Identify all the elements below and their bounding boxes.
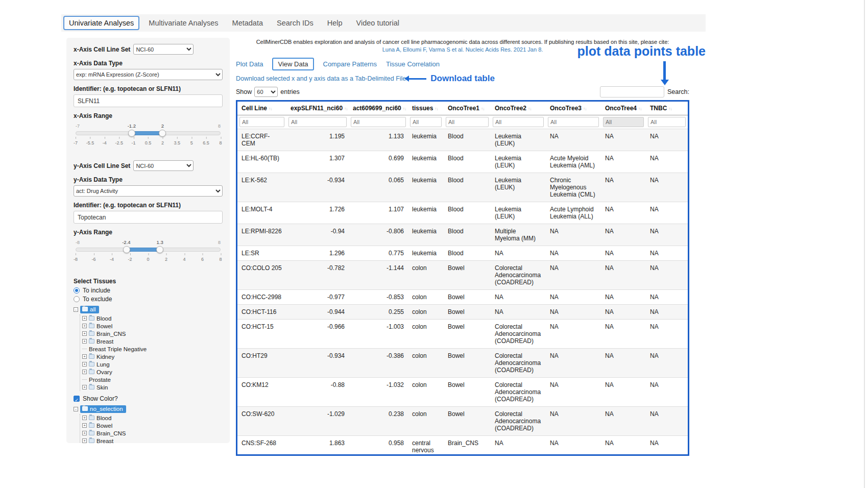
nav-tab-video-tutorial[interactable]: Video tutorial — [352, 17, 404, 29]
tree-item-breast[interactable]: +Breast — [82, 437, 223, 443]
x-axis-identifier-input[interactable] — [74, 94, 223, 107]
expand-icon[interactable]: + — [82, 324, 87, 328]
cell: LE:HL-60(TB) — [237, 151, 286, 173]
nav-tab-metadata[interactable]: Metadata — [228, 17, 268, 29]
column-header-oncotree3[interactable]: OncoTree3↑↓ — [546, 102, 601, 115]
slider-track[interactable] — [76, 248, 221, 252]
column-header-act609699-nci60[interactable]: act609699_nci60↑↓ — [349, 102, 408, 115]
table-row[interactable]: CO:SW-620-1.0290.238colonBowelColorectal… — [237, 407, 688, 436]
column-header-tissues[interactable]: tissues↑↓ — [408, 102, 444, 115]
slider-handle-low[interactable] — [128, 130, 135, 137]
tab-view-data[interactable]: View Data — [272, 58, 314, 70]
table-row[interactable]: LE:K-562-0.9340.065leukemiaBloodLeukemia… — [237, 173, 688, 202]
y-axis-range-slider[interactable]: -8 8 -2.4 1.3 -8-6-4-202468 — [76, 240, 221, 270]
nav-tab-help[interactable]: Help — [323, 17, 347, 29]
expand-icon[interactable]: + — [82, 354, 87, 359]
table-row[interactable]: LE:RPMI-8226-0.94-0.806leukemiaBloodMult… — [237, 224, 688, 246]
scrollbar-track[interactable] — [864, 0, 865, 488]
tissue-exclude-radio[interactable]: To exclude — [74, 296, 223, 303]
tree-root-all[interactable]: - all — [74, 305, 223, 314]
tissue-include-label: To include — [83, 287, 110, 294]
x-axis-cell-line-set-select[interactable]: NCI-60 — [133, 44, 194, 55]
column-header-oncotree2[interactable]: OncoTree2↑↓ — [491, 102, 546, 115]
expand-icon[interactable]: + — [82, 331, 87, 336]
filter-input-oncotree2[interactable] — [493, 117, 544, 127]
table-row[interactable]: LE:HL-60(TB)1.3070.699leukemiaBloodLeuke… — [237, 151, 688, 173]
slider-handle-low[interactable] — [123, 246, 130, 253]
collapse-icon[interactable]: - — [74, 307, 78, 312]
table-row[interactable]: CO:KM12-0.88-1.032colonBowelColorectal A… — [237, 378, 688, 407]
tree-item-brain-cns[interactable]: +Brain_CNS — [82, 330, 223, 337]
expand-icon[interactable]: + — [82, 438, 87, 443]
y-axis-identifier-input[interactable] — [74, 211, 223, 224]
tree-item-bowel[interactable]: +Bowel — [82, 322, 223, 330]
tree-item-breast-triple-negative[interactable]: Breast Triple Negative — [82, 345, 223, 353]
table-row[interactable]: CO:HCC-2998-0.977-0.853colonBowelNANANAN… — [237, 290, 688, 305]
cell: 1.107 — [349, 202, 408, 224]
expand-icon[interactable]: + — [82, 362, 87, 367]
table-row[interactable]: CO:HT29-0.934-0.386colonBowelColorectal … — [237, 349, 688, 378]
table-row[interactable]: LE:CCRF-CEM1.1951.133leukemiaBloodLeukem… — [237, 129, 688, 151]
table-row[interactable]: CO:COLO 205-0.782-1.144colonBowelColorec… — [237, 261, 688, 290]
column-header-expslfn11-nci60[interactable]: expSLFN11_nci60↑↓ — [286, 102, 349, 115]
tree-item-ovary[interactable]: +Ovary — [82, 368, 223, 376]
filter-input-tnbc[interactable] — [648, 117, 686, 127]
search-input[interactable] — [600, 86, 664, 97]
column-header-oncotree1[interactable]: OncoTree1↑↓ — [444, 102, 491, 115]
nav-tab-univariate-analyses[interactable]: Univariate Analyses — [63, 16, 139, 30]
filter-input-oncotree1[interactable] — [446, 117, 489, 127]
nav-tab-multivariate-analyses[interactable]: Multivariate Analyses — [144, 17, 223, 29]
show-color-checkbox[interactable]: Show Color? — [74, 395, 223, 402]
slider-handle-high[interactable] — [159, 130, 166, 137]
filter-cell — [444, 115, 491, 129]
tree-item-brain-cns[interactable]: +Brain_CNS — [82, 429, 223, 437]
y-axis-cell-line-set-select[interactable]: NCI-60 — [133, 160, 194, 171]
column-header-tnbc[interactable]: TNBC↑↓ — [646, 102, 688, 115]
table-row[interactable]: LE:SR1.2960.775leukemiaBloodNANANANA — [237, 246, 688, 261]
tab-tissue-correlation[interactable]: Tissue Correlation — [386, 58, 440, 70]
tree-item-skin[interactable]: +Skin — [82, 383, 223, 391]
filter-input-expslfn11-nci60[interactable] — [288, 117, 347, 127]
entries-select[interactable]: 60 — [254, 87, 278, 97]
citation-link[interactable]: Luna A, Elloumi F, Varma S et al. Nuclei… — [236, 46, 689, 53]
filter-input-oncotree4[interactable] — [603, 117, 644, 127]
expand-icon[interactable]: + — [82, 416, 87, 420]
expand-icon[interactable]: + — [82, 339, 87, 344]
table-row[interactable]: CO:HCT-116-0.9440.255colonBowelNANANANA — [237, 305, 688, 320]
expand-icon[interactable]: + — [82, 431, 87, 435]
x-axis-range-slider[interactable]: -7 8 -1.2 2 -7-5.5-4-2.5-10.523.556.58 — [76, 124, 221, 153]
nav-tab-search-ids[interactable]: Search IDs — [272, 17, 318, 29]
tree-item-blood[interactable]: +Blood — [82, 314, 223, 322]
filter-input-tissues[interactable] — [410, 117, 442, 127]
expand-icon[interactable]: + — [82, 316, 87, 321]
slider-tick-label: 0 — [147, 253, 149, 262]
table-row[interactable]: CNS:SF-2681.8630.958central nervous syst… — [237, 436, 688, 456]
tissue-include-radio[interactable]: To include — [74, 287, 223, 294]
slider-track[interactable] — [76, 131, 221, 135]
expand-icon[interactable]: + — [82, 385, 87, 389]
tree-item-kidney[interactable]: +Kidney — [82, 353, 223, 360]
collapse-icon[interactable]: - — [74, 407, 78, 411]
tree-item-lung[interactable]: +Lung — [82, 360, 223, 368]
tree-item-prostate[interactable]: Prostate — [82, 376, 223, 383]
slider-handle-high[interactable] — [156, 246, 163, 253]
tab-compare-patterns[interactable]: Compare Patterns — [323, 58, 377, 70]
tab-plot-data[interactable]: Plot Data — [236, 58, 263, 70]
tree-root-no-selection[interactable]: - no_selection — [74, 404, 223, 413]
tree-item-bowel[interactable]: +Bowel — [82, 422, 223, 429]
tree-item-blood[interactable]: +Blood — [82, 414, 223, 422]
filter-input-cell-line[interactable] — [239, 117, 284, 127]
expand-icon[interactable]: + — [82, 423, 87, 428]
cell: NA — [546, 261, 601, 290]
column-header-oncotree4[interactable]: OncoTree4↑↓ — [601, 102, 646, 115]
table-row[interactable]: CO:HCT-15-0.966-1.003colonBowelColorecta… — [237, 320, 688, 349]
y-axis-data-type-select[interactable]: act: Drug Activity — [74, 185, 223, 197]
filter-input-act609699-nci60[interactable] — [351, 117, 406, 127]
column-header-cell-line[interactable]: Cell Line↑↓ — [237, 102, 286, 115]
expand-icon[interactable]: + — [82, 370, 87, 374]
table-row[interactable]: LE:MOLT-41.7261.107leukemiaBloodLeukemia… — [237, 202, 688, 224]
x-axis-data-type-select[interactable]: exp: mRNA Expression (Z-Score) — [74, 69, 223, 80]
filter-input-oncotree3[interactable] — [548, 117, 599, 127]
tree-item-breast[interactable]: +Breast — [82, 337, 223, 345]
download-link[interactable]: Download selected x and y axis data as a… — [236, 75, 406, 82]
